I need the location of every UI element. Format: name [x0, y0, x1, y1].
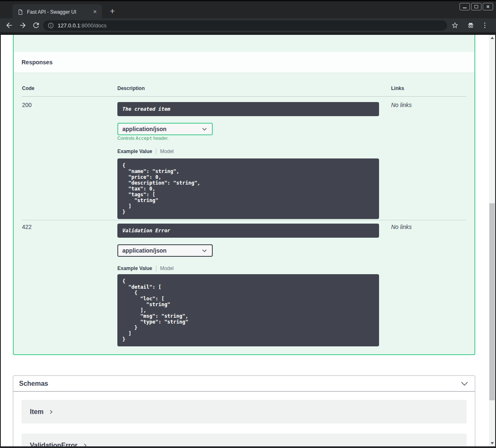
reload-icon	[32, 21, 40, 29]
page-icon	[17, 9, 23, 15]
forward-arrow-icon	[19, 21, 27, 29]
chevron-down-icon	[201, 247, 208, 254]
forward-button[interactable]	[18, 20, 28, 30]
responses-heading: Responses	[22, 59, 53, 66]
incognito-icon	[467, 22, 474, 29]
reload-button[interactable]	[31, 20, 41, 30]
back-button[interactable]	[4, 20, 14, 30]
url-text: 127.0.0.1:8000/docs	[58, 22, 107, 29]
minimize-button[interactable]	[460, 3, 470, 10]
tab-example-value-422[interactable]: Example Value	[117, 265, 152, 271]
example-json-422: { "detail": [ { "loc": [ "string" ], "ms…	[117, 274, 379, 346]
window-controls: ✕	[460, 3, 493, 10]
collapse-chevron-icon[interactable]	[460, 379, 469, 388]
address-bar[interactable]: 127.0.0.1:8000/docs	[43, 20, 447, 31]
bookmark-star-button[interactable]	[451, 22, 459, 29]
model-name-validationerror: ValidationError	[30, 442, 78, 447]
media-type-select-200[interactable]: application/json	[117, 123, 213, 135]
site-info-icon	[48, 22, 54, 29]
chevron-down-icon	[201, 126, 208, 132]
response-description-200: The created item	[117, 102, 379, 116]
swagger-page: Responses Code Description Links 200 No …	[1, 35, 495, 446]
minimize-icon	[463, 7, 467, 8]
url-host: 127.0.0.1	[58, 22, 80, 29]
browser-tab[interactable]: Fast API - Swagger UI ×	[12, 4, 102, 19]
expand-chevron-icon	[49, 409, 53, 414]
responses-section-header: Responses	[14, 52, 474, 73]
schemas-heading: Schemas	[19, 380, 460, 387]
media-type-value-200: application/json	[122, 126, 167, 132]
table-header-divider	[22, 96, 466, 97]
browser-toolbar: 127.0.0.1:8000/docs	[0, 18, 496, 32]
url-path: :8000/docs	[80, 22, 107, 29]
browser-window: Fast API - Swagger UI × + ✕ 127.0.0.1:80…	[0, 0, 496, 448]
back-arrow-icon	[5, 21, 13, 29]
response-code-200: 200	[22, 102, 32, 108]
column-header-code: Code	[22, 85, 34, 91]
example-model-tabs-200: Example Value Model	[117, 149, 174, 154]
scrollbar-thumb[interactable]	[489, 203, 495, 400]
example-json-200: { "name": "string", "price": 0, "descrip…	[117, 158, 379, 219]
model-item[interactable]: Item	[22, 400, 467, 424]
model-name-item: Item	[30, 408, 44, 416]
opblock-post: Responses Code Description Links 200 No …	[13, 35, 475, 355]
links-value-200: No links	[391, 102, 412, 108]
schemas-section: Schemas Item ValidationError	[13, 375, 475, 446]
tab-example-value-200[interactable]: Example Value	[117, 149, 152, 154]
tab-divider	[156, 265, 156, 271]
accept-note-pre: Controls	[117, 136, 136, 141]
close-icon: ✕	[486, 5, 490, 9]
three-dots-icon	[481, 22, 489, 29]
tab-divider	[156, 149, 156, 154]
tab-model-422[interactable]: Model	[160, 265, 174, 271]
accept-note-code: Accept	[136, 136, 152, 141]
close-button[interactable]: ✕	[483, 3, 493, 10]
tab-title: Fast API - Swagger UI	[27, 9, 91, 15]
example-json-200-text: { "name": "string", "price": 0, "descrip…	[122, 163, 374, 215]
star-icon	[451, 22, 459, 29]
controls-accept-note: Controls Accept header.	[117, 136, 169, 141]
media-type-value-422: application/json	[122, 247, 167, 254]
schemas-body: Item ValidationError	[13, 392, 475, 446]
tab-strip: Fast API - Swagger UI × + ✕	[0, 0, 496, 18]
incognito-badge	[467, 22, 474, 29]
scroll-up-arrow[interactable]	[489, 35, 495, 41]
new-tab-button[interactable]: +	[107, 6, 118, 17]
browser-menu-button[interactable]	[481, 22, 489, 29]
tab-close-icon[interactable]: ×	[91, 8, 99, 16]
schemas-header[interactable]: Schemas	[13, 376, 475, 392]
maximize-icon	[474, 5, 478, 8]
accept-note-post: header.	[152, 136, 169, 141]
tab-model-200[interactable]: Model	[160, 149, 174, 154]
example-model-tabs-422: Example Value Model	[117, 265, 174, 271]
response-description-422: Validation Error	[117, 224, 379, 238]
column-header-description: Description	[117, 85, 145, 91]
maximize-button[interactable]	[471, 3, 481, 10]
column-header-links: Links	[391, 85, 404, 91]
page-scrollbar[interactable]	[489, 35, 495, 446]
links-value-422: No links	[391, 224, 412, 230]
response-code-422: 422	[22, 224, 32, 230]
example-json-422-text: { "detail": [ { "loc": [ "string" ], "ms…	[122, 278, 374, 342]
model-validationerror[interactable]: ValidationError	[22, 433, 467, 446]
expand-chevron-icon	[83, 443, 88, 447]
row-divider	[22, 220, 466, 220]
media-type-select-422[interactable]: application/json	[117, 244, 213, 257]
scroll-down-arrow[interactable]	[489, 440, 495, 446]
